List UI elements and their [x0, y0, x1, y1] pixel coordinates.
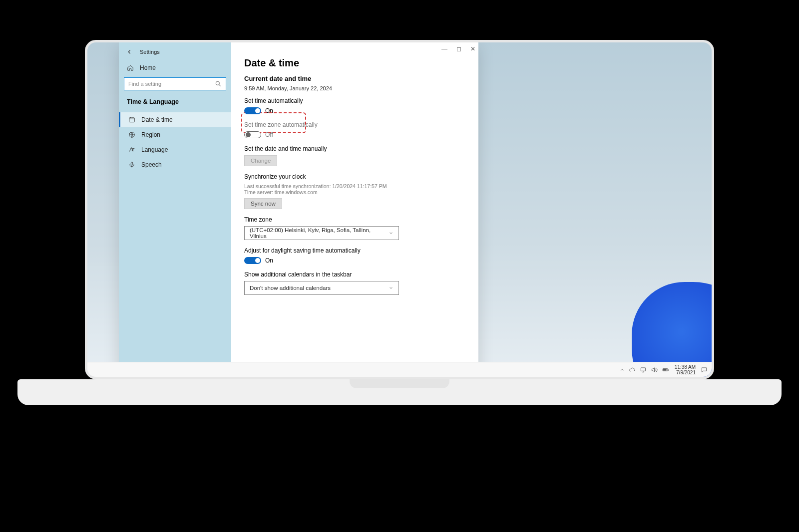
notifications-icon[interactable]: [701, 366, 708, 373]
sidebar-item-region[interactable]: Region: [119, 127, 231, 142]
svg-rect-4: [641, 367, 645, 370]
current-datetime-value: 9:59 AM, Monday, January 22, 2024: [244, 85, 465, 91]
app-title: Settings: [140, 49, 160, 55]
current-datetime-heading: Current date and time: [244, 75, 465, 82]
clock-icon: [128, 116, 135, 123]
setting-additional-calendars: Show additional calendars in the taskbar…: [244, 271, 465, 295]
setting-set-tz-auto: Set time zone automatically Off: [244, 121, 465, 138]
set-manual-label: Set the date and time manually: [244, 145, 465, 152]
window-titlebar: Settings: [119, 47, 231, 61]
sidebar-item-label: Language: [141, 146, 168, 153]
volume-icon[interactable]: [651, 366, 658, 373]
globe-icon: [128, 131, 135, 138]
home-icon: [127, 64, 134, 71]
change-button[interactable]: Change: [244, 155, 277, 166]
sync-now-button[interactable]: Sync now: [244, 198, 282, 209]
laptop-trackpad-notch: [350, 379, 449, 388]
sidebar-item-date-time[interactable]: Date & time: [119, 112, 231, 127]
toggle-state-text: On: [265, 257, 273, 264]
setting-set-time-auto: Set time automatically On: [244, 97, 465, 114]
battery-icon[interactable]: [662, 366, 670, 373]
timezone-value: (UTC+02:00) Helsinki, Kyiv, Riga, Sofia,…: [250, 227, 389, 239]
chevron-down-icon: [389, 285, 394, 290]
svg-rect-6: [668, 369, 668, 370]
set-time-auto-label: Set time automatically: [244, 97, 465, 104]
sidebar-item-language[interactable]: Language: [119, 142, 231, 157]
sync-last: Last successful time synchronization: 1/…: [244, 183, 465, 189]
search-icon: [215, 80, 222, 87]
taskbar: 11:38 AM 7/9/2021: [87, 362, 712, 377]
sync-server: Time server: time.windows.com: [244, 189, 465, 195]
sidebar-item-speech[interactable]: Speech: [119, 157, 231, 172]
system-tray[interactable]: [620, 366, 670, 373]
mic-icon: [128, 161, 135, 168]
network-icon[interactable]: [640, 366, 647, 373]
settings-sidebar: Settings Home Find a setting Time & Lang…: [119, 42, 231, 377]
svg-rect-7: [663, 369, 666, 370]
calendars-select[interactable]: Don't show additional calendars: [244, 281, 399, 295]
minimize-button[interactable]: —: [441, 45, 447, 52]
sidebar-nav: Date & time Region Language: [119, 112, 231, 172]
window-controls: — ◻ ✕: [441, 45, 475, 52]
chevron-down-icon: [389, 231, 394, 236]
dst-toggle[interactable]: On: [244, 257, 465, 264]
onedrive-icon[interactable]: [629, 366, 636, 373]
taskbar-time: 11:38 AM: [675, 364, 696, 370]
tray-chevron-icon[interactable]: [620, 367, 625, 372]
close-button[interactable]: ✕: [470, 45, 475, 52]
sidebar-heading: Time & Language: [119, 96, 231, 112]
toggle-state-text: Off: [265, 131, 273, 138]
search-placeholder: Find a setting: [128, 81, 161, 87]
sidebar-item-label: Region: [141, 131, 160, 138]
setting-set-manual: Set the date and time manually Change: [244, 145, 465, 166]
set-tz-auto-toggle[interactable]: Off: [244, 131, 465, 138]
home-link[interactable]: Home: [119, 61, 231, 77]
language-icon: [128, 146, 135, 153]
set-tz-auto-label: Set time zone automatically: [244, 121, 465, 128]
taskbar-date: 7/9/2021: [676, 370, 696, 375]
svg-rect-1: [129, 118, 135, 122]
svg-rect-3: [131, 162, 133, 165]
timezone-select[interactable]: (UTC+02:00) Helsinki, Kyiv, Riga, Sofia,…: [244, 226, 399, 240]
home-label: Home: [140, 64, 156, 71]
settings-window: Settings Home Find a setting Time & Lang…: [119, 42, 478, 377]
toggle-state-text: On: [265, 107, 273, 114]
setting-timezone: Time zone (UTC+02:00) Helsinki, Kyiv, Ri…: [244, 216, 465, 240]
setting-dst: Adjust for daylight saving time automati…: [244, 247, 465, 264]
timezone-heading: Time zone: [244, 216, 465, 223]
sidebar-item-label: Speech: [141, 161, 162, 168]
dst-label: Adjust for daylight saving time automati…: [244, 247, 465, 254]
svg-point-0: [216, 81, 219, 85]
settings-content: — ◻ ✕ Date & time Current date and time …: [231, 42, 478, 377]
calendars-label: Show additional calendars in the taskbar: [244, 271, 465, 278]
sync-heading: Synchronize your clock: [244, 173, 465, 180]
calendars-value: Don't show additional calendars: [250, 285, 331, 291]
maximize-button[interactable]: ◻: [456, 45, 461, 52]
page-title: Date & time: [244, 57, 465, 69]
setting-sync-clock: Synchronize your clock Last successful t…: [244, 173, 465, 209]
taskbar-clock[interactable]: 11:38 AM 7/9/2021: [675, 364, 696, 375]
laptop-screen: Settings Home Find a setting Time & Lang…: [85, 40, 714, 379]
set-time-auto-toggle[interactable]: On: [244, 107, 465, 114]
back-icon[interactable]: [126, 48, 133, 55]
sidebar-item-label: Date & time: [141, 116, 173, 123]
search-input[interactable]: Find a setting: [124, 77, 226, 90]
